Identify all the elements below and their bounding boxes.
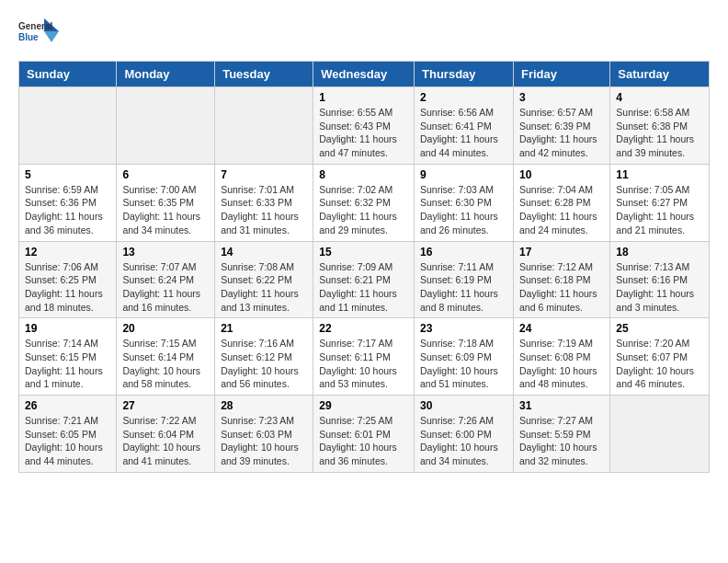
day-info: Sunrise: 7:14 AM Sunset: 6:15 PM Dayligh…: [25, 337, 110, 391]
day-info: Sunrise: 7:19 AM Sunset: 6:08 PM Dayligh…: [519, 337, 604, 391]
calendar-row: 1Sunrise: 6:55 AM Sunset: 6:43 PM Daylig…: [19, 87, 710, 165]
svg-text:Blue: Blue: [18, 32, 39, 42]
calendar-cell: 31Sunrise: 7:27 AM Sunset: 5:59 PM Dayli…: [513, 396, 609, 473]
day-number: 11: [616, 168, 703, 181]
calendar-cell: 17Sunrise: 7:12 AM Sunset: 6:18 PM Dayli…: [513, 241, 609, 318]
day-number: 15: [319, 246, 408, 259]
calendar-cell: 6Sunrise: 7:00 AM Sunset: 6:35 PM Daylig…: [117, 164, 215, 241]
day-number: 31: [519, 399, 604, 412]
day-number: 5: [25, 168, 110, 181]
calendar-row: 26Sunrise: 7:21 AM Sunset: 6:05 PM Dayli…: [19, 396, 710, 473]
day-info: Sunrise: 7:11 AM Sunset: 6:19 PM Dayligh…: [420, 260, 507, 315]
weekday-header-monday: Monday: [117, 62, 215, 87]
calendar-cell: 5Sunrise: 6:59 AM Sunset: 6:36 PM Daylig…: [19, 164, 117, 241]
calendar-cell: [610, 396, 710, 473]
calendar-cell: 24Sunrise: 7:19 AM Sunset: 6:08 PM Dayli…: [513, 318, 609, 396]
day-info: Sunrise: 7:22 AM Sunset: 6:04 PM Dayligh…: [122, 414, 209, 468]
page-header: General Blue: [18, 15, 710, 50]
day-number: 13: [122, 246, 209, 259]
day-number: 29: [319, 399, 408, 412]
calendar-cell: [215, 87, 313, 165]
weekday-header-saturday: Saturday: [610, 62, 710, 87]
day-info: Sunrise: 7:23 AM Sunset: 6:03 PM Dayligh…: [221, 414, 307, 468]
calendar-cell: 25Sunrise: 7:20 AM Sunset: 6:07 PM Dayli…: [610, 318, 710, 396]
day-number: 10: [519, 168, 604, 181]
weekday-header-friday: Friday: [513, 62, 609, 87]
day-info: Sunrise: 6:57 AM Sunset: 6:39 PM Dayligh…: [519, 106, 604, 160]
day-number: 8: [319, 168, 408, 181]
day-info: Sunrise: 7:01 AM Sunset: 6:33 PM Dayligh…: [221, 183, 307, 237]
logo: General Blue: [18, 15, 61, 50]
calendar-cell: 28Sunrise: 7:23 AM Sunset: 6:03 PM Dayli…: [215, 396, 313, 473]
calendar-cell: 18Sunrise: 7:13 AM Sunset: 6:16 PM Dayli…: [610, 241, 710, 318]
weekday-header-tuesday: Tuesday: [215, 62, 313, 87]
day-info: Sunrise: 7:16 AM Sunset: 6:12 PM Dayligh…: [221, 337, 307, 391]
day-number: 7: [221, 168, 307, 181]
day-info: Sunrise: 7:17 AM Sunset: 6:11 PM Dayligh…: [319, 337, 408, 391]
calendar-cell: [117, 87, 215, 165]
calendar-cell: 27Sunrise: 7:22 AM Sunset: 6:04 PM Dayli…: [117, 396, 215, 473]
day-number: 21: [221, 322, 307, 335]
day-number: 28: [221, 399, 307, 412]
day-number: 20: [122, 322, 209, 335]
logo-icon: General Blue: [18, 15, 61, 50]
day-number: 22: [319, 322, 408, 335]
weekday-header-thursday: Thursday: [415, 62, 514, 87]
day-info: Sunrise: 6:56 AM Sunset: 6:41 PM Dayligh…: [420, 106, 507, 160]
calendar-cell: 2Sunrise: 6:56 AM Sunset: 6:41 PM Daylig…: [415, 87, 514, 165]
day-info: Sunrise: 6:55 AM Sunset: 6:43 PM Dayligh…: [319, 106, 408, 160]
calendar-row: 12Sunrise: 7:06 AM Sunset: 6:25 PM Dayli…: [19, 241, 710, 318]
day-number: 3: [519, 91, 604, 104]
calendar-cell: 16Sunrise: 7:11 AM Sunset: 6:19 PM Dayli…: [415, 241, 514, 318]
day-info: Sunrise: 7:08 AM Sunset: 6:22 PM Dayligh…: [221, 260, 307, 315]
calendar-cell: 19Sunrise: 7:14 AM Sunset: 6:15 PM Dayli…: [19, 318, 117, 396]
day-info: Sunrise: 7:02 AM Sunset: 6:32 PM Dayligh…: [319, 183, 408, 237]
svg-text:General: General: [18, 21, 52, 31]
calendar-header: SundayMondayTuesdayWednesdayThursdayFrid…: [19, 62, 710, 87]
day-info: Sunrise: 7:04 AM Sunset: 6:28 PM Dayligh…: [519, 183, 604, 237]
calendar-cell: 20Sunrise: 7:15 AM Sunset: 6:14 PM Dayli…: [117, 318, 215, 396]
day-number: 4: [616, 91, 703, 104]
day-info: Sunrise: 7:03 AM Sunset: 6:30 PM Dayligh…: [420, 183, 507, 237]
day-info: Sunrise: 7:15 AM Sunset: 6:14 PM Dayligh…: [122, 337, 209, 391]
day-info: Sunrise: 7:18 AM Sunset: 6:09 PM Dayligh…: [420, 337, 507, 391]
calendar-cell: 11Sunrise: 7:05 AM Sunset: 6:27 PM Dayli…: [610, 164, 710, 241]
day-info: Sunrise: 7:06 AM Sunset: 6:25 PM Dayligh…: [25, 260, 110, 315]
calendar-cell: 15Sunrise: 7:09 AM Sunset: 6:21 PM Dayli…: [313, 241, 415, 318]
calendar-table: SundayMondayTuesdayWednesdayThursdayFrid…: [18, 61, 710, 473]
day-info: Sunrise: 7:20 AM Sunset: 6:07 PM Dayligh…: [616, 337, 703, 391]
calendar-cell: 23Sunrise: 7:18 AM Sunset: 6:09 PM Dayli…: [415, 318, 514, 396]
day-info: Sunrise: 7:21 AM Sunset: 6:05 PM Dayligh…: [25, 414, 110, 468]
day-number: 24: [519, 322, 604, 335]
calendar-cell: 29Sunrise: 7:25 AM Sunset: 6:01 PM Dayli…: [313, 396, 415, 473]
day-info: Sunrise: 7:13 AM Sunset: 6:16 PM Dayligh…: [616, 260, 703, 315]
day-number: 16: [420, 246, 507, 259]
day-info: Sunrise: 7:25 AM Sunset: 6:01 PM Dayligh…: [319, 414, 408, 468]
day-number: 17: [519, 246, 604, 259]
calendar-cell: 13Sunrise: 7:07 AM Sunset: 6:24 PM Dayli…: [117, 241, 215, 318]
day-number: 25: [616, 322, 703, 335]
calendar-row: 19Sunrise: 7:14 AM Sunset: 6:15 PM Dayli…: [19, 318, 710, 396]
calendar-cell: 4Sunrise: 6:58 AM Sunset: 6:38 PM Daylig…: [610, 87, 710, 165]
calendar-cell: 10Sunrise: 7:04 AM Sunset: 6:28 PM Dayli…: [513, 164, 609, 241]
day-number: 19: [25, 322, 110, 335]
calendar-cell: 30Sunrise: 7:26 AM Sunset: 6:00 PM Dayli…: [415, 396, 514, 473]
day-number: 6: [122, 168, 209, 181]
day-info: Sunrise: 7:00 AM Sunset: 6:35 PM Dayligh…: [122, 183, 209, 237]
calendar-cell: 3Sunrise: 6:57 AM Sunset: 6:39 PM Daylig…: [513, 87, 609, 165]
calendar-cell: 14Sunrise: 7:08 AM Sunset: 6:22 PM Dayli…: [215, 241, 313, 318]
day-info: Sunrise: 7:27 AM Sunset: 5:59 PM Dayligh…: [519, 414, 604, 468]
day-info: Sunrise: 7:09 AM Sunset: 6:21 PM Dayligh…: [319, 260, 408, 315]
day-info: Sunrise: 7:26 AM Sunset: 6:00 PM Dayligh…: [420, 414, 507, 468]
day-number: 27: [122, 399, 209, 412]
day-info: Sunrise: 7:12 AM Sunset: 6:18 PM Dayligh…: [519, 260, 604, 315]
day-number: 30: [420, 399, 507, 412]
calendar-cell: 26Sunrise: 7:21 AM Sunset: 6:05 PM Dayli…: [19, 396, 117, 473]
day-info: Sunrise: 6:58 AM Sunset: 6:38 PM Dayligh…: [616, 106, 703, 160]
weekday-header-sunday: Sunday: [19, 62, 117, 87]
calendar-cell: 9Sunrise: 7:03 AM Sunset: 6:30 PM Daylig…: [415, 164, 514, 241]
day-number: 1: [319, 91, 408, 104]
day-info: Sunrise: 7:07 AM Sunset: 6:24 PM Dayligh…: [122, 260, 209, 315]
day-number: 23: [420, 322, 507, 335]
day-number: 2: [420, 91, 507, 104]
